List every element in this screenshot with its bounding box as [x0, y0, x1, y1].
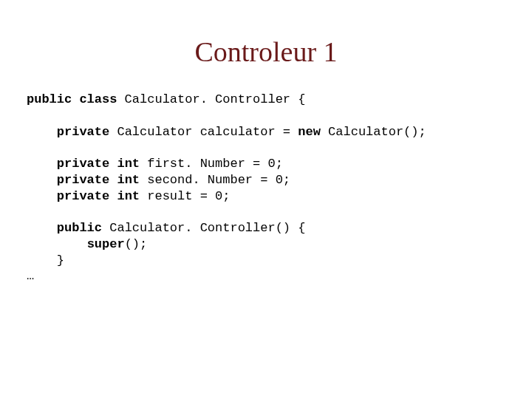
- kw-public-class: public class: [27, 92, 117, 106]
- kw-public: public: [57, 221, 102, 235]
- code-text: ();: [125, 237, 148, 251]
- kw-new: new: [298, 125, 321, 139]
- code-text: Calculator calculator =: [109, 125, 298, 139]
- code-text: second. Number = 0;: [140, 173, 290, 187]
- ellipsis: …: [27, 269, 34, 283]
- code-text: Calculator. Controller() {: [102, 221, 305, 235]
- kw-private-int: private int: [57, 157, 140, 171]
- code-text: Calculator. Controller {: [117, 92, 305, 106]
- kw-private-int: private int: [57, 189, 140, 203]
- code-text: }: [57, 253, 64, 267]
- kw-private: private: [57, 125, 109, 139]
- kw-private-int: private int: [57, 173, 140, 187]
- code-text: Calculator();: [321, 125, 426, 139]
- slide: Controleur 1 public class Calculator. Co…: [0, 35, 532, 399]
- slide-title: Controleur 1: [0, 35, 532, 68]
- code-block: public class Calculator. Controller { pr…: [27, 92, 532, 284]
- kw-super: super: [87, 237, 125, 251]
- code-text: result = 0;: [140, 189, 230, 203]
- code-text: first. Number = 0;: [140, 157, 283, 171]
